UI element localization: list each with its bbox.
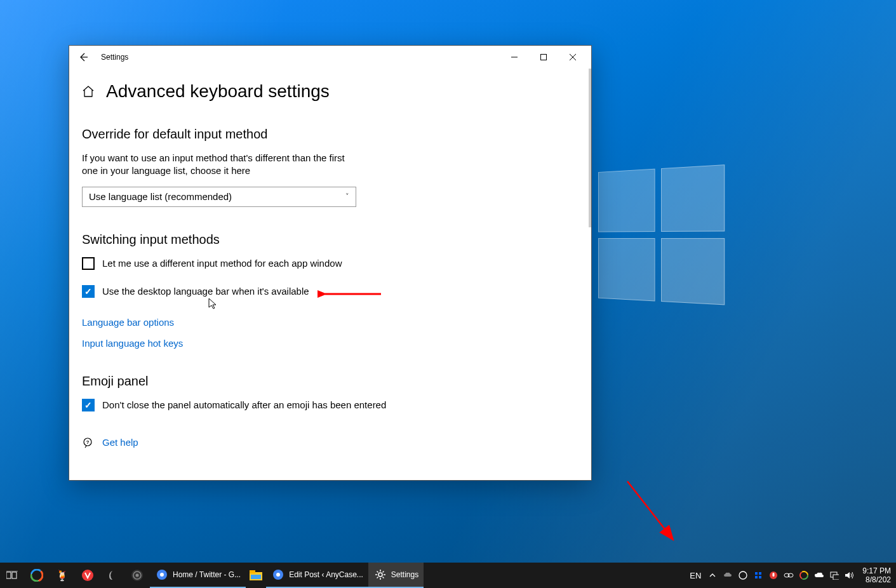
taskbar: 🍹 Home / Twitter - G... Edit Post ‹ AnyC… [0,563,896,588]
taskbar-app-obs-icon[interactable] [124,563,150,588]
taskbar-app-browser-icon[interactable] [24,563,50,588]
svg-rect-38 [755,572,758,575]
taskbar-app-explorer-icon[interactable] [246,563,266,588]
svg-line-34 [382,577,384,578]
tray-volume-icon[interactable] [842,563,857,588]
svg-line-36 [382,571,384,573]
input-method-dropdown[interactable]: Use language list (recommended) ˅ [82,187,356,207]
taskbar-app-twitter[interactable]: Home / Twitter - G... [150,563,246,588]
per-app-input-label: Let me use a different input method for … [102,258,342,269]
taskbar-app-label: Settings [391,570,418,579]
emoji-panel-close-checkbox[interactable] [82,399,95,411]
taskbar-app-icon-4[interactable] [100,563,124,588]
switching-heading: Switching input methods [82,232,578,247]
window-title: Settings [101,53,128,62]
svg-line-9 [627,481,673,540]
system-tray: EN 9:17 PM 8/8/202 [686,563,896,588]
svg-rect-10 [6,572,11,578]
svg-rect-24 [250,570,255,573]
tray-link-icon[interactable] [781,563,796,588]
language-indicator[interactable]: EN [686,563,705,588]
home-icon[interactable] [82,85,95,98]
settings-content: Advanced keyboard settings Override for … [69,69,591,480]
chrome-icon [155,568,169,582]
emoji-panel-close-label: Don't close the panel automatically afte… [102,399,386,410]
svg-rect-25 [251,575,261,579]
settings-window: Settings Advanced keyboard settings Over… [69,45,592,481]
task-view-button[interactable] [0,563,24,588]
taskbar-clock[interactable]: 9:17 PM 8/8/202 [857,566,896,585]
svg-rect-43 [773,573,775,577]
taskbar-app-vivaldi-icon[interactable] [75,563,100,588]
svg-line-33 [377,571,378,573]
tray-mic-icon[interactable] [766,563,781,588]
desktop-language-bar-label: Use the desktop language bar when it's a… [102,286,309,297]
gear-icon [373,568,387,582]
desktop-language-bar-checkbox[interactable] [82,285,95,298]
svg-rect-1 [541,55,547,60]
override-description: If you want to use an input method that'… [82,152,355,178]
windows-logo [598,164,732,312]
get-help-link[interactable]: Get help [102,437,138,448]
taskbar-app-icon-2[interactable]: 🍹 [50,563,75,588]
taskbar-app-editpost[interactable]: Edit Post ‹ AnyCase... [266,563,368,588]
clock-time: 9:17 PM [862,566,891,575]
svg-point-27 [276,573,280,577]
clock-date: 8/8/202 [862,575,891,584]
scrollbar[interactable] [589,69,591,480]
page-title: Advanced keyboard settings [106,81,330,102]
taskbar-app-settings[interactable]: Settings [368,563,424,588]
maximize-button[interactable] [529,47,558,67]
tray-dropbox-icon[interactable] [751,563,766,588]
svg-rect-41 [759,576,761,578]
override-heading: Override for default input method [82,127,578,142]
svg-point-22 [160,573,164,577]
annotation-arrow-1 [318,288,387,300]
svg-rect-40 [755,576,758,578]
tray-circle-icon[interactable] [735,563,751,588]
per-app-input-checkbox[interactable] [82,257,95,270]
minimize-button[interactable] [500,47,529,67]
svg-text:?: ? [86,439,90,445]
svg-line-35 [377,577,378,578]
svg-rect-50 [833,575,839,580]
back-button[interactable] [73,47,93,67]
language-bar-options-link[interactable]: Language bar options [82,317,578,328]
input-language-hotkeys-link[interactable]: Input language hot keys [82,338,578,349]
svg-point-28 [378,573,382,577]
svg-point-37 [739,571,747,579]
taskbar-app-label: Edit Post ‹ AnyCase... [289,570,363,579]
tray-chrome-icon[interactable] [796,563,812,588]
tray-show-hidden-icon[interactable] [705,563,720,588]
svg-point-17 [82,570,93,581]
tray-network-icon[interactable] [827,563,842,588]
svg-rect-11 [12,572,17,578]
window-titlebar: Settings [69,46,591,69]
svg-point-45 [788,573,793,577]
svg-point-20 [136,574,139,577]
annotation-arrow-2 [622,476,686,552]
emoji-heading: Emoji panel [82,374,578,389]
chrome-icon [271,568,285,582]
close-button[interactable] [558,47,587,67]
dropdown-value: Use language list (recommended) [89,191,232,202]
chevron-down-icon: ˅ [345,192,349,201]
tray-cloud-icon[interactable] [812,563,827,588]
taskbar-app-label: Home / Twitter - G... [173,570,241,579]
tray-onedrive-icon[interactable] [720,563,735,588]
help-icon: ? [82,437,93,448]
svg-rect-39 [759,572,761,575]
